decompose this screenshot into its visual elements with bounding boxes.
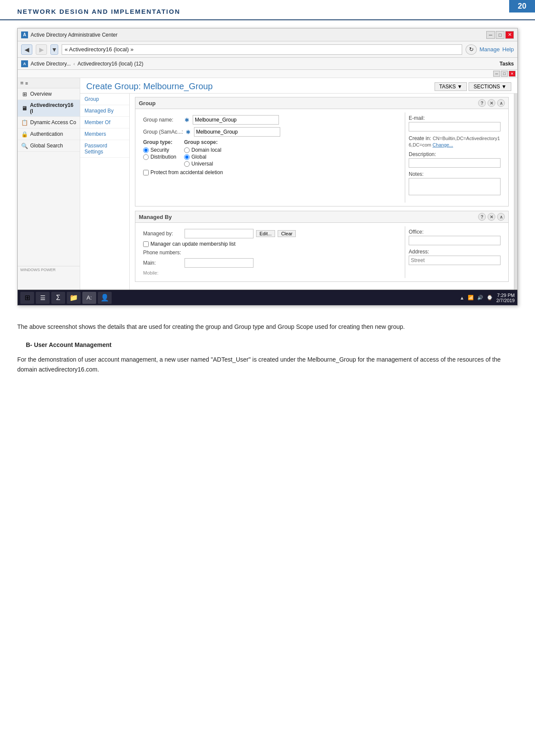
folder-button[interactable]: 📁: [67, 292, 81, 304]
manage-button[interactable]: Manage: [479, 46, 500, 53]
mobile-label: Mobile:: [143, 270, 401, 275]
section-b-heading: B- User Account Management: [26, 340, 518, 350]
group-collapse-icon[interactable]: ∧: [497, 99, 505, 107]
edit-button[interactable]: Edit...: [256, 230, 275, 237]
sections-button[interactable]: SECTIONS ▼: [469, 82, 511, 91]
sidebar-item-authentication[interactable]: 🔒 Authentication: [18, 128, 80, 140]
group-form-right: E-mail: Create in: CN=Builtin,DC=Actived…: [405, 112, 504, 203]
scope-global-radio[interactable]: [184, 154, 190, 160]
group-scope-label: Group scope:: [184, 139, 221, 145]
inner-minimize-button[interactable]: ─: [493, 71, 500, 77]
type-distribution-radio[interactable]: [143, 154, 149, 160]
scope-universal-radio[interactable]: [184, 161, 190, 167]
managed-by-label: Managed by:: [143, 231, 182, 237]
notes-label: Notes:: [409, 171, 501, 177]
section-nav-group[interactable]: Group: [80, 94, 129, 105]
group-samac-asterisk: ✱: [186, 129, 191, 135]
type-distribution-label[interactable]: Distribution: [143, 154, 176, 160]
sidebar-item-overview-label: Overview: [30, 91, 52, 97]
manager-update-text: Manager can update membership list: [150, 241, 235, 247]
restore-button[interactable]: □: [496, 31, 504, 39]
inner-restore-button[interactable]: □: [501, 71, 508, 77]
managed-by-form-left: Managed by: Edit... Clear Manager c: [140, 226, 405, 278]
email-input[interactable]: [409, 122, 501, 131]
sidebar-item-activedirectory16[interactable]: 🖥 Activedirectory16 (l: [18, 100, 80, 117]
group-help-icon[interactable]: ?: [478, 99, 486, 107]
create-in-label: Create in:: [409, 135, 431, 141]
start-button[interactable]: ⊞: [20, 292, 34, 304]
description-label: Description:: [409, 151, 501, 157]
managed-by-input[interactable]: [185, 229, 253, 238]
clear-button[interactable]: Clear: [278, 230, 296, 237]
group-close-icon[interactable]: ✕: [488, 99, 495, 107]
dropdown-button[interactable]: ▼: [50, 44, 58, 55]
scope-global-text: Global: [191, 154, 206, 160]
type-security-radio[interactable]: [143, 147, 149, 153]
manager-update-label[interactable]: Manager can update membership list: [143, 241, 401, 247]
phone-numbers-row: Phone numbers:: [143, 250, 401, 256]
group-samac-input[interactable]: [194, 127, 280, 137]
scope-domain-local-radio[interactable]: [184, 147, 190, 153]
window-title: Active Directory Administrative Center: [31, 32, 117, 38]
help-button[interactable]: Help: [502, 46, 514, 53]
section-nav-members[interactable]: Members: [80, 128, 129, 140]
manager-update-checkbox[interactable]: [143, 241, 149, 247]
section-nav: Group Managed By Member Of Members Passw…: [80, 94, 130, 290]
managed-by-close-icon[interactable]: ✕: [488, 213, 495, 221]
global-search-icon: 🔍: [21, 142, 28, 149]
tray-icon-1: ▲: [460, 295, 464, 300]
notes-textarea[interactable]: [409, 178, 501, 195]
section-nav-member-of[interactable]: Member Of: [80, 117, 129, 128]
description-row: Description:: [409, 151, 501, 168]
type-security-text: Security: [150, 147, 169, 153]
managed-by-section-block: Managed By ? ✕ ∧ Managed: [135, 211, 509, 282]
address-input[interactable]: [409, 256, 501, 265]
description-input[interactable]: [409, 158, 501, 168]
task-view-icon: ☰: [40, 294, 46, 301]
sigma-button[interactable]: Σ: [51, 292, 65, 304]
scope-universal-label[interactable]: Universal: [184, 161, 221, 167]
forward-button[interactable]: ▶: [36, 44, 47, 55]
ad-taskbar-button[interactable]: A:: [82, 292, 96, 304]
tray-icon-4: ⌚: [487, 295, 493, 300]
create-group-header: Create Group: Melbourne_Group TASKS ▼ SE…: [80, 78, 517, 94]
form-area: Group ? ✕ ∧: [130, 94, 514, 290]
back-button[interactable]: ◀: [21, 44, 32, 55]
sidebar-item-dynamic-access[interactable]: 📋 Dynamic Access Co: [18, 117, 80, 128]
section-nav-managed-by[interactable]: Managed By: [80, 105, 129, 117]
group-name-input[interactable]: [193, 115, 279, 125]
user-button[interactable]: 👤: [98, 292, 112, 304]
section-nav-password-settings[interactable]: Password Settings: [80, 140, 129, 158]
group-section-content: Group name: ✱ Group (SamAc...: ✱: [135, 109, 508, 206]
tasks-button[interactable]: TASKS ▼: [435, 82, 467, 91]
managed-by-help-icon[interactable]: ?: [478, 213, 486, 221]
office-input[interactable]: [409, 236, 501, 245]
breadcrumb-home[interactable]: Active Directory...: [31, 61, 71, 67]
tray-icon-2: 📶: [468, 295, 474, 300]
scope-global-label[interactable]: Global: [184, 154, 221, 160]
address-text: « Activedirectory16 (local) »: [65, 46, 134, 53]
minimize-button[interactable]: ─: [486, 31, 495, 39]
office-label: Office:: [409, 229, 501, 235]
task-view-button[interactable]: ☰: [36, 292, 50, 304]
change-link[interactable]: Change...: [432, 142, 453, 147]
breadcrumb-current[interactable]: Activedirectory16 (local) (12): [78, 61, 144, 67]
scrollbar[interactable]: [514, 94, 517, 290]
refresh-button[interactable]: ↻: [466, 44, 477, 55]
main-phone-label: Main:: [143, 260, 182, 266]
sidebar-item-global-search[interactable]: 🔍 Global Search: [18, 140, 80, 152]
group-type-col: Group type: Security Distribution: [143, 139, 176, 167]
protect-checkbox-label[interactable]: Protect from accidental deletion: [143, 169, 401, 175]
inner-close-button[interactable]: ✕: [509, 71, 516, 77]
group-samac-row: Group (SamAc...: ✱: [143, 127, 401, 137]
managed-by-collapse-icon[interactable]: ∧: [497, 213, 505, 221]
sidebar-item-overview[interactable]: ⊞ Overview: [18, 88, 80, 100]
section-row: Group Managed By Member Of Members Passw…: [80, 94, 517, 290]
type-security-label[interactable]: Security: [143, 147, 176, 153]
window-icon: A: [21, 31, 28, 38]
close-button[interactable]: ✕: [505, 31, 514, 39]
address-bar[interactable]: « Activedirectory16 (local) »: [62, 44, 462, 55]
main-phone-input[interactable]: [185, 258, 253, 268]
scope-domain-local-label[interactable]: Domain local: [184, 147, 221, 153]
protect-checkbox[interactable]: [143, 170, 149, 175]
